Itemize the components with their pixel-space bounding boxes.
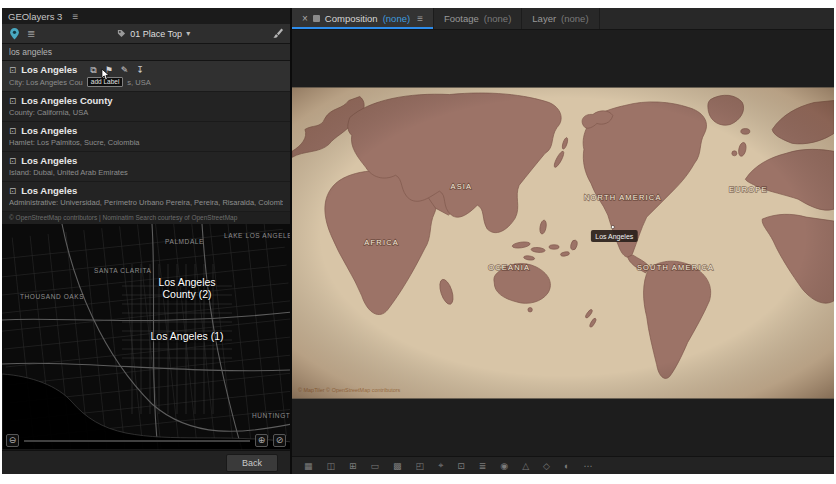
result-head: ⊡ Los Angeles ⧉ ⚑ ✎ ↧ (9, 64, 283, 76)
tab-value: (none) (383, 13, 410, 24)
result-detail-left: City: Los Angeles Cou (9, 78, 83, 87)
screenshot-stage: GEOlayers 3 ≡ ≣ 01 Place Top ▾ (0, 0, 836, 484)
map-preview[interactable]: PALMDALE LAKE LOS ANGELES SANTA CLARITA … (2, 224, 290, 450)
result-name: Los Angeles (21, 185, 77, 197)
result-detail: Island: Dubai, United Arab Emirates (9, 168, 283, 177)
result-detail-left: Hamlet: Los Palmitos, Sucre, Colombia (9, 138, 139, 147)
place-label: LAKE LOS ANGELES (224, 232, 290, 239)
panel-menu-icon[interactable]: ≡ (72, 11, 78, 22)
target-icon[interactable]: ⌖ (438, 460, 443, 471)
panel-footer: Back (2, 450, 290, 474)
threed-icon[interactable]: △ (522, 461, 529, 471)
geolayers-toolbar: ≣ 01 Place Top ▾ (2, 24, 290, 44)
chevron-down-icon: ▾ (186, 29, 190, 38)
magnification-icon[interactable]: ⊞ (349, 461, 357, 471)
download-icon[interactable]: ↧ (136, 64, 144, 76)
mask-icon[interactable]: ◰ (416, 461, 425, 471)
place-marker-icon: ⊡ (9, 155, 16, 167)
result-detail: City: Los Angeles Cou add Label s, USA (9, 77, 283, 87)
preview-zoom-bar: ⊖ ⊕ ⊘ (6, 434, 286, 447)
layers-icon[interactable]: ≣ (27, 29, 35, 39)
result-detail-left: County: California, USA (9, 108, 88, 117)
brush-icon[interactable] (272, 28, 283, 39)
more-icon[interactable]: ⋯ (583, 461, 592, 471)
disable-map-button[interactable]: ⊘ (273, 434, 286, 447)
composition-panel: × Composition (none) ≡ Footage (none) La… (292, 8, 834, 474)
search-result-item[interactable]: ⊡ Los Angeles Administrative: Universida… (2, 182, 290, 212)
mouse-cursor (101, 68, 110, 81)
tab-layer[interactable]: Layer (none) (522, 8, 599, 29)
cluster-label-city[interactable]: Los Angeles (1) (122, 330, 252, 342)
result-detail: Hamlet: Los Palmitos, Sucre, Colombia (9, 138, 283, 147)
viewer-toolbar: ▦ ◫ ⊞ ▭ ▩ ◰ ⌖ ⊡ ≣ ◉ △ ◇ ◐ ⋯ (292, 456, 834, 474)
world-map-image: ASIA AFRICA OCEANIA NORTH AMERICA SOUTH … (292, 87, 834, 399)
expand-icon[interactable]: ⧉ (90, 64, 96, 76)
edit-icon[interactable]: ✎ (121, 64, 129, 76)
snapshot-icon[interactable]: ▦ (304, 461, 313, 471)
exposure-icon[interactable]: ◐ (564, 461, 569, 471)
close-icon[interactable]: × (302, 13, 308, 24)
place-marker-icon: ⊡ (9, 95, 16, 107)
search-result-item[interactable]: ⊡ Los Angeles ⧉ ⚑ ✎ ↧ Cit (2, 61, 290, 92)
cluster-label-line1: Los Angeles (122, 276, 252, 288)
tab-value: (none) (484, 13, 511, 24)
search-result-item[interactable]: ⊡ Los Angeles Hamlet: Los Palmitos, Sucr… (2, 122, 290, 152)
style-dropdown-label: 01 Place Top (130, 29, 182, 39)
grid-icon[interactable]: ⊡ (457, 461, 465, 471)
back-button[interactable]: Back (226, 454, 278, 472)
viewer-tabbar: × Composition (none) ≡ Footage (none) La… (292, 8, 834, 30)
rulers-icon[interactable]: ◉ (500, 461, 508, 471)
region-icon[interactable]: ▭ (371, 461, 380, 471)
vignette-overlay (292, 88, 834, 399)
search-result-item[interactable]: ⊡ Los Angeles Island: Dubai, United Arab… (2, 152, 290, 182)
result-head: ⊡ Los Angeles (9, 125, 283, 137)
camera-icon[interactable]: ◇ (543, 461, 550, 471)
map-attribution-line: © OpenStreetMap contributors | Nominatim… (2, 212, 290, 224)
place-marker-icon: ⊡ (9, 64, 16, 76)
place-label: THOUSAND OAKS (20, 293, 84, 300)
place-label: PALMDALE (165, 238, 204, 245)
result-detail-right: s, USA (127, 78, 150, 87)
pin-icon[interactable] (9, 28, 20, 40)
result-name: Los Angeles (21, 155, 77, 167)
cluster-label-county[interactable]: Los Angeles County (2) (122, 276, 252, 300)
result-detail: County: California, USA (9, 108, 283, 117)
composition-viewport[interactable]: ASIA AFRICA OCEANIA NORTH AMERICA SOUTH … (292, 30, 834, 456)
tab-value: (none) (561, 13, 588, 24)
geolayers-titlebar: GEOlayers 3 ≡ (2, 8, 290, 24)
result-name: Los Angeles (21, 64, 77, 76)
tab-footage[interactable]: Footage (none) (434, 8, 522, 29)
result-head: ⊡ Los Angeles County (9, 95, 283, 107)
zoom-in-button[interactable]: ⊕ (255, 434, 268, 447)
place-marker-icon: ⊡ (9, 125, 16, 137)
result-name: Los Angeles County (21, 95, 113, 107)
result-detail-left: Administrative: Universidad, Perímetro U… (9, 198, 283, 207)
result-head: ⊡ Los Angeles (9, 155, 283, 167)
search-result-item[interactable]: ⊡ Los Angeles County County: California,… (2, 92, 290, 122)
zoom-out-button[interactable]: ⊖ (6, 434, 19, 447)
style-dropdown[interactable]: 01 Place Top ▾ (112, 28, 195, 40)
place-marker-icon: ⊡ (9, 185, 16, 197)
panel-title: GEOlayers 3 (8, 11, 62, 22)
toolbar-left-group: ≣ (9, 28, 35, 40)
tab-label: Footage (444, 13, 479, 24)
cluster-label-line2: County (2) (122, 288, 252, 300)
place-label: HUNTINGTON (252, 412, 290, 419)
tab-composition[interactable]: × Composition (none) ≡ (292, 8, 434, 29)
result-detail: Administrative: Universidad, Perímetro U… (9, 198, 283, 207)
app-window: GEOlayers 3 ≡ ≣ 01 Place Top ▾ (2, 8, 834, 474)
channels-icon[interactable]: ◫ (327, 461, 336, 471)
result-detail-left: Island: Dubai, United Arab Emirates (9, 168, 128, 177)
transparency-icon[interactable]: ▩ (393, 461, 402, 471)
panel-menu-icon[interactable]: ≡ (417, 13, 423, 24)
tab-label: Composition (325, 13, 378, 24)
search-input[interactable] (2, 44, 290, 61)
result-head: ⊡ Los Angeles (9, 185, 283, 197)
tab-label: Layer (532, 13, 556, 24)
zoom-slider[interactable] (24, 440, 250, 442)
tag-icon (117, 29, 126, 38)
geolayers-panel: GEOlayers 3 ≡ ≣ 01 Place Top ▾ (2, 8, 292, 474)
panel-lock-icon (313, 15, 320, 22)
place-label: SANTA CLARITA (94, 267, 151, 274)
guides-icon[interactable]: ≣ (479, 461, 487, 471)
